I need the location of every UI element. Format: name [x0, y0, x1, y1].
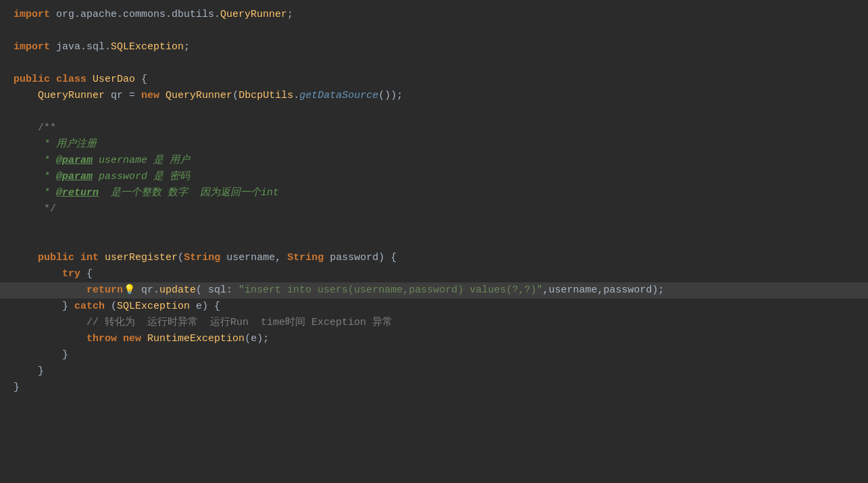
- code-line-2: [0, 23, 868, 39]
- code-line-21: throw new RuntimeException(e);: [0, 331, 868, 347]
- code-line-9: * 用户注册: [0, 136, 868, 153]
- code-line-16: public int userRegister(String username,…: [0, 250, 868, 266]
- code-line-10: * @param username 是 用户: [0, 153, 868, 169]
- code-line-15: [0, 234, 868, 250]
- code-line-23: }: [0, 363, 868, 380]
- code-line-19: } catch (SQLException e) {: [0, 299, 868, 315]
- code-line-13: */: [0, 201, 868, 218]
- code-line-11: * @param password 是 密码: [0, 169, 868, 185]
- code-line-22: }: [0, 347, 868, 363]
- code-editor: import org.apache.commons.dbutils.QueryR…: [0, 0, 868, 403]
- code-line-12: * @return 是一个整数 数字 因为返回一个int: [0, 185, 868, 201]
- code-line-6: QueryRunner qr = new QueryRunner(DbcpUti…: [0, 88, 868, 104]
- code-line-5: public class UserDao {: [0, 72, 868, 88]
- code-line-4: [0, 55, 868, 72]
- code-line-14: [0, 218, 868, 234]
- code-line-8: /**: [0, 120, 868, 136]
- code-line-18: return💡 qr.update( sql: "insert into use…: [0, 282, 868, 299]
- code-line-20: // 转化为 运行时异常 运行Run time时间 Exception 异常: [0, 315, 868, 331]
- code-line-1: import org.apache.commons.dbutils.QueryR…: [0, 7, 868, 23]
- code-line-17: try {: [0, 266, 868, 282]
- code-line-3: import java.sql.SQLException;: [0, 39, 868, 55]
- code-line-7: [0, 104, 868, 120]
- code-line-24: }: [0, 380, 868, 396]
